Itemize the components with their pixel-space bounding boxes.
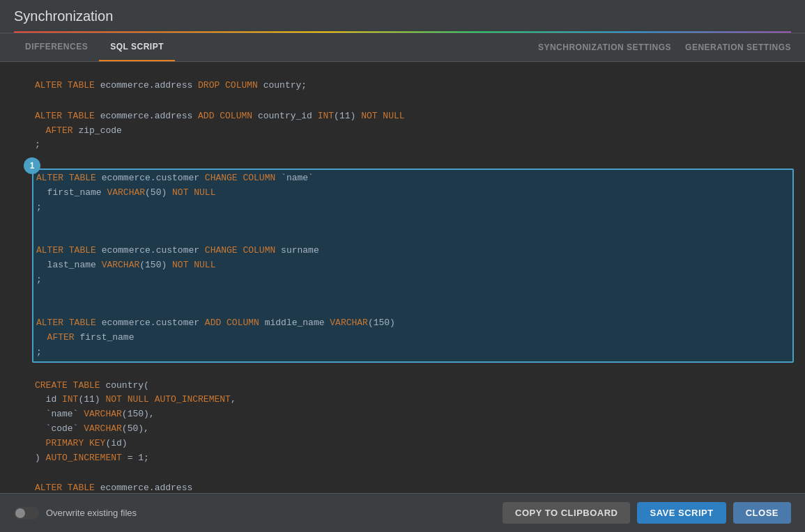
- tab-sql-script[interactable]: SQL SCRIPT: [99, 33, 175, 61]
- sync-settings-link[interactable]: SYNCHRONIZATION SETTINGS: [538, 34, 671, 61]
- block-badge: 1: [24, 157, 40, 174]
- toggle-knob: [15, 508, 25, 518]
- close-button[interactable]: CLOSE: [733, 502, 791, 524]
- overwrite-toggle[interactable]: [14, 507, 39, 519]
- tab-differences[interactable]: DIFFERENCES: [14, 33, 99, 61]
- tab-left: DIFFERENCES SQL SCRIPT: [14, 33, 175, 61]
- overwrite-label: Overwrite existing files: [46, 508, 137, 518]
- code-area: ALTER TABLE ecommerce.address DROP COLUM…: [0, 69, 805, 493]
- footer-left: Overwrite existing files: [14, 507, 137, 519]
- save-script-button[interactable]: SAVE SCRIPT: [637, 502, 726, 524]
- code-block-1: ALTER TABLE ecommerce.address DROP COLUM…: [35, 79, 791, 93]
- app-title: Synchronization: [14, 8, 791, 24]
- rainbow-bar: [14, 31, 791, 33]
- code-block-highlighted-container: 1 ALTER TABLE ecommerce.customer CHANGE …: [35, 169, 791, 362]
- footer-right: COPY TO CLIPBOARD SAVE SCRIPT CLOSE: [503, 502, 791, 524]
- code-block-3-highlighted: ALTER TABLE ecommerce.customer CHANGE CO…: [32, 169, 794, 362]
- code-block-2: ALTER TABLE ecommerce.address ADD COLUMN…: [35, 109, 791, 152]
- tab-bar: DIFFERENCES SQL SCRIPT SYNCHRONIZATION S…: [0, 33, 805, 62]
- title-bar: Synchronization: [0, 0, 805, 33]
- gen-settings-link[interactable]: GENERATION SETTINGS: [685, 34, 791, 61]
- code-block-5: ALTER TABLE ecommerce.address ADD CONSTR…: [35, 481, 791, 493]
- main-content: ALTER TABLE ecommerce.address DROP COLUM…: [0, 62, 805, 493]
- footer: Overwrite existing files COPY TO CLIPBOA…: [0, 493, 805, 532]
- tab-right: SYNCHRONIZATION SETTINGS GENERATION SETT…: [538, 34, 791, 61]
- copy-to-clipboard-button[interactable]: COPY TO CLIPBOARD: [503, 502, 630, 524]
- code-block-4: CREATE TABLE country( id INT(11) NOT NUL…: [35, 379, 791, 466]
